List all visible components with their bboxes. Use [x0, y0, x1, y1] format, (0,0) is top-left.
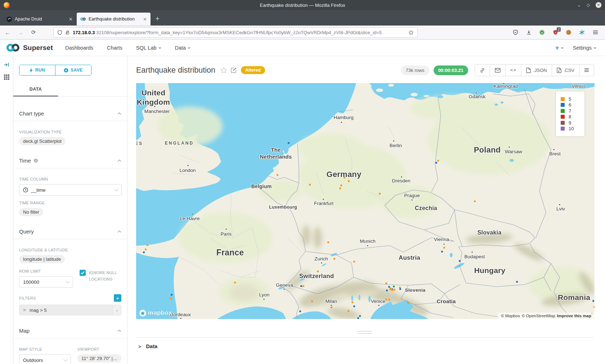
favorite-star-icon[interactable]: [220, 67, 227, 74]
filter-value: mag > 5: [30, 308, 113, 313]
data-point: [474, 200, 476, 202]
ignore-null-checkbox[interactable]: [80, 270, 86, 276]
map-city-label: Brest: [549, 151, 561, 157]
data-point: [593, 306, 595, 308]
data-results-panel[interactable]: > Data: [136, 337, 594, 349]
nav-charts[interactable]: Charts: [107, 45, 122, 51]
tab-apache-druid[interactable]: Apache Druid ✕: [3, 13, 77, 26]
back-icon[interactable]: ←: [4, 29, 11, 36]
export-csv-button[interactable]: .CSV: [552, 65, 579, 76]
code-icon: <>: [510, 68, 517, 73]
bookmark-star-icon[interactable]: [408, 30, 414, 35]
add-new-button[interactable]: +: [555, 44, 563, 52]
data-point: [407, 302, 409, 304]
map-style-label: MAP STYLE: [19, 347, 71, 351]
tab-data[interactable]: DATA: [13, 83, 58, 96]
chevron-down-icon: [188, 47, 191, 49]
sparkle-extension-icon[interactable]: [579, 29, 585, 36]
map-city-dot: [508, 146, 510, 148]
attribution-improve-link[interactable]: Improve this map: [557, 314, 591, 318]
dataset-grid-icon[interactable]: [4, 74, 10, 80]
map-city-label: Gdańsk: [469, 94, 486, 100]
collapse-panel-icon[interactable]: [4, 62, 9, 68]
legend-row[interactable]: 9: [561, 120, 584, 126]
tab-label: Apache Druid: [15, 17, 66, 22]
legend-row[interactable]: 6: [561, 102, 584, 108]
section-map[interactable]: Map: [19, 328, 121, 334]
viewport-value[interactable]: 11° 28' 29.70" | 50...: [77, 354, 121, 363]
viz-type-value[interactable]: deck.gl Scatterplot: [19, 137, 66, 145]
reload-icon[interactable]: ⟳: [30, 29, 37, 36]
window-close-icon[interactable]: ✕: [596, 2, 601, 8]
legend-row[interactable]: 10: [561, 126, 584, 132]
tab-earthquake-distribution[interactable]: Earthquake distribution ✕: [77, 13, 151, 26]
attribution-mapbox[interactable]: © Mapbox: [501, 314, 520, 318]
run-button[interactable]: RUN: [19, 65, 55, 75]
forward-icon[interactable]: →: [17, 29, 24, 36]
window-maximize-icon[interactable]: ◇: [587, 3, 590, 7]
new-tab-button[interactable]: +: [151, 15, 165, 26]
superset-infinity-icon: [6, 43, 20, 52]
legend-swatch-icon: [561, 121, 565, 125]
export-json-button[interactable]: .JSON: [521, 65, 551, 76]
expand-chevron-icon[interactable]: >: [138, 344, 141, 349]
map-style-value: Outdoors: [23, 358, 61, 363]
data-point: [592, 300, 594, 302]
map-city-dot: [187, 165, 189, 167]
time-range-value[interactable]: No filter: [19, 208, 43, 216]
filter-chip[interactable]: ✕ mag > 5 ›: [19, 305, 121, 315]
time-column-value: __time: [31, 187, 112, 193]
nav-dashboards[interactable]: Dashboards: [65, 45, 93, 51]
map-city-label: Zurich: [314, 256, 328, 262]
email-button[interactable]: [490, 65, 505, 76]
legend-row[interactable]: 8: [561, 114, 584, 120]
privacy-badger-icon[interactable]: [539, 29, 545, 36]
row-limit-select[interactable]: 100000: [19, 276, 73, 288]
pocket-shield-icon[interactable]: [512, 29, 519, 36]
tab-close-icon[interactable]: ✕: [69, 17, 73, 22]
edit-properties-icon[interactable]: [231, 67, 237, 73]
expand-filter-icon[interactable]: ›: [113, 305, 121, 315]
map-city-label: Warsaw: [505, 149, 522, 155]
map-country-label: Belgium: [251, 183, 272, 190]
data-point: [340, 185, 342, 186]
section-time[interactable]: Time: [19, 158, 121, 164]
settings-menu[interactable]: Settings: [573, 45, 596, 51]
mapbox-logo[interactable]: ◉ mapbox: [139, 309, 172, 317]
attribution-osm[interactable]: © OpenStreetMap: [522, 314, 555, 318]
ublock-icon[interactable]: u 2: [552, 29, 559, 36]
more-options-icon[interactable]: [579, 65, 594, 76]
legend-row[interactable]: 5: [561, 96, 584, 102]
nav-sql-lab[interactable]: SQL Lab: [136, 45, 161, 51]
lock-insecure-icon[interactable]: [65, 30, 70, 35]
shield-icon[interactable]: [57, 30, 62, 35]
map-country-label: Czechia: [415, 205, 437, 212]
panel-resize-handle[interactable]: [358, 331, 372, 334]
window-minimize-icon[interactable]: ⌄: [577, 3, 581, 7]
menu-hamburger-icon[interactable]: [592, 29, 599, 36]
nav-data[interactable]: Data: [175, 45, 191, 51]
section-chart-type[interactable]: Chart type: [19, 110, 121, 117]
legend-row[interactable]: 7: [561, 108, 584, 114]
deckgl-map[interactable]: United KingdomFranceGermanyPolandHungary…: [136, 83, 595, 319]
map-city-label: Vilnius: [572, 83, 586, 90]
add-filter-button[interactable]: +: [114, 294, 121, 302]
embed-code-button[interactable]: <>: [505, 65, 521, 76]
legend-label: 8: [569, 114, 571, 119]
check-icon: [81, 271, 85, 274]
remove-filter-icon[interactable]: ✕: [19, 308, 30, 313]
download-icon[interactable]: [525, 29, 532, 36]
url-bar[interactable]: 172.18.0.3:32108/superset/explore/?form_…: [53, 27, 418, 38]
superset-logo[interactable]: Superset: [6, 43, 53, 52]
cookie-icon[interactable]: [565, 29, 572, 36]
map-style-select[interactable]: Outdoors: [19, 354, 71, 364]
section-query[interactable]: Query: [19, 228, 121, 235]
save-button[interactable]: SAVE: [55, 65, 91, 75]
lonlat-value[interactable]: longitude | latitude: [19, 255, 65, 263]
copy-link-button[interactable]: [475, 65, 490, 76]
data-point: [443, 247, 445, 249]
clock-icon: [23, 187, 28, 192]
data-point: [391, 289, 393, 291]
time-column-select[interactable]: __time: [19, 184, 122, 196]
tab-close-icon[interactable]: ✕: [143, 17, 147, 22]
